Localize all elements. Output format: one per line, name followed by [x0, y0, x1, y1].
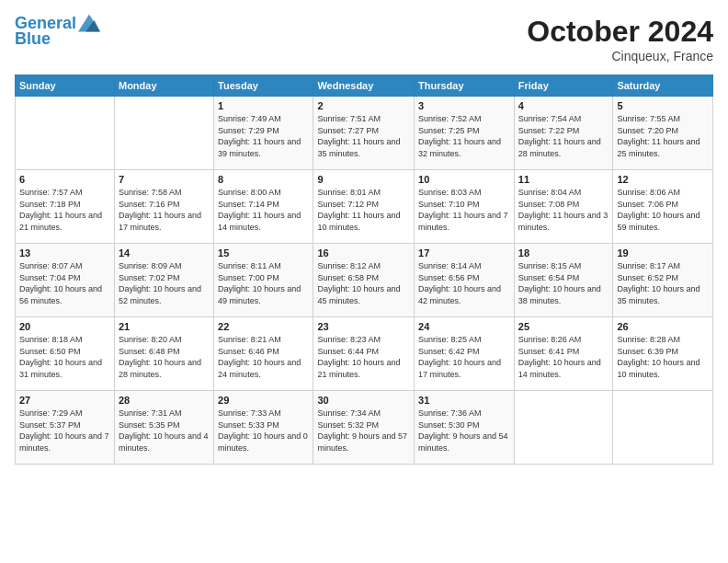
day-info: Sunrise: 8:00 AMSunset: 7:14 PMDaylight:… [218, 187, 309, 233]
calendar-cell: 14Sunrise: 8:09 AMSunset: 7:02 PMDayligh… [114, 244, 213, 317]
calendar-header-row: Sunday Monday Tuesday Wednesday Thursday… [16, 75, 713, 97]
day-number: 16 [317, 247, 410, 259]
day-number: 17 [418, 247, 510, 259]
day-info: Sunrise: 7:57 AMSunset: 7:18 PMDaylight:… [19, 187, 110, 233]
day-number: 18 [518, 247, 609, 259]
day-number: 28 [119, 395, 210, 406]
day-number: 19 [617, 247, 709, 259]
calendar-cell: 28Sunrise: 7:31 AMSunset: 5:35 PMDayligh… [114, 391, 213, 465]
day-info: Sunrise: 8:04 AMSunset: 7:08 PMDaylight:… [518, 187, 609, 233]
header: General Blue October 2024 Cinqueux, Fran… [15, 15, 713, 63]
day-number: 24 [418, 321, 510, 332]
calendar-week-3: 13Sunrise: 8:07 AMSunset: 7:04 PMDayligh… [16, 244, 713, 317]
day-info: Sunrise: 8:18 AMSunset: 6:50 PMDaylight:… [19, 334, 110, 380]
day-number: 11 [518, 174, 609, 185]
calendar-cell: 4Sunrise: 7:54 AMSunset: 7:22 PMDaylight… [514, 97, 613, 170]
day-info: Sunrise: 7:33 AMSunset: 5:33 PMDaylight:… [218, 408, 309, 454]
day-number: 2 [317, 100, 410, 111]
calendar-cell [613, 391, 713, 465]
day-number: 21 [119, 321, 210, 332]
day-info: Sunrise: 8:25 AMSunset: 6:42 PMDaylight:… [418, 334, 510, 380]
col-saturday: Saturday [613, 75, 713, 97]
day-number: 31 [418, 395, 510, 406]
calendar-cell [114, 97, 213, 170]
col-tuesday: Tuesday [214, 75, 313, 97]
calendar-cell: 2Sunrise: 7:51 AMSunset: 7:27 PMDaylight… [313, 97, 415, 170]
day-info: Sunrise: 8:15 AMSunset: 6:54 PMDaylight:… [518, 260, 609, 306]
day-info: Sunrise: 7:29 AMSunset: 5:37 PMDaylight:… [19, 408, 110, 454]
day-info: Sunrise: 7:49 AMSunset: 7:29 PMDaylight:… [218, 113, 309, 159]
calendar-cell: 19Sunrise: 8:17 AMSunset: 6:52 PMDayligh… [613, 244, 713, 317]
logo: General Blue [15, 15, 100, 49]
day-number: 4 [518, 100, 609, 111]
day-number: 12 [617, 174, 709, 185]
day-info: Sunrise: 8:26 AMSunset: 6:41 PMDaylight:… [518, 334, 609, 380]
day-info: Sunrise: 7:52 AMSunset: 7:25 PMDaylight:… [418, 113, 510, 159]
calendar-cell: 9Sunrise: 8:01 AMSunset: 7:12 PMDaylight… [313, 170, 415, 244]
day-info: Sunrise: 8:06 AMSunset: 7:06 PMDaylight:… [617, 187, 709, 233]
day-number: 29 [218, 395, 309, 406]
calendar-cell: 18Sunrise: 8:15 AMSunset: 6:54 PMDayligh… [514, 244, 613, 317]
day-number: 20 [19, 321, 110, 332]
day-number: 10 [418, 174, 510, 185]
day-info: Sunrise: 8:14 AMSunset: 6:56 PMDaylight:… [418, 260, 510, 306]
calendar-cell: 12Sunrise: 8:06 AMSunset: 7:06 PMDayligh… [613, 170, 713, 244]
day-number: 1 [218, 100, 309, 111]
day-number: 6 [19, 174, 110, 185]
day-info: Sunrise: 8:07 AMSunset: 7:04 PMDaylight:… [19, 260, 110, 306]
day-info: Sunrise: 8:12 AMSunset: 6:58 PMDaylight:… [317, 260, 410, 306]
calendar-cell: 30Sunrise: 7:34 AMSunset: 5:32 PMDayligh… [313, 391, 415, 465]
day-info: Sunrise: 7:54 AMSunset: 7:22 PMDaylight:… [518, 113, 609, 159]
page: General Blue October 2024 Cinqueux, Fran… [0, 0, 728, 563]
calendar-week-4: 20Sunrise: 8:18 AMSunset: 6:50 PMDayligh… [16, 317, 713, 391]
calendar-cell: 10Sunrise: 8:03 AMSunset: 7:10 PMDayligh… [415, 170, 515, 244]
calendar-cell: 16Sunrise: 8:12 AMSunset: 6:58 PMDayligh… [313, 244, 415, 317]
day-info: Sunrise: 7:55 AMSunset: 7:20 PMDaylight:… [617, 113, 709, 159]
day-info: Sunrise: 8:11 AMSunset: 7:00 PMDaylight:… [218, 260, 309, 306]
calendar-cell: 7Sunrise: 7:58 AMSunset: 7:16 PMDaylight… [114, 170, 213, 244]
day-number: 23 [317, 321, 410, 332]
day-number: 3 [418, 100, 510, 111]
calendar-cell: 11Sunrise: 8:04 AMSunset: 7:08 PMDayligh… [514, 170, 613, 244]
calendar-cell: 3Sunrise: 7:52 AMSunset: 7:25 PMDaylight… [415, 97, 515, 170]
day-info: Sunrise: 8:17 AMSunset: 6:52 PMDaylight:… [617, 260, 709, 306]
day-number: 7 [119, 174, 210, 185]
day-info: Sunrise: 8:28 AMSunset: 6:39 PMDaylight:… [617, 334, 709, 380]
col-thursday: Thursday [415, 75, 515, 97]
day-number: 25 [518, 321, 609, 332]
calendar-cell: 6Sunrise: 7:57 AMSunset: 7:18 PMDaylight… [16, 170, 115, 244]
location: Cinqueux, France [527, 49, 713, 63]
col-monday: Monday [114, 75, 213, 97]
calendar-cell: 21Sunrise: 8:20 AMSunset: 6:48 PMDayligh… [114, 317, 213, 391]
day-info: Sunrise: 7:31 AMSunset: 5:35 PMDaylight:… [119, 408, 210, 454]
day-info: Sunrise: 7:51 AMSunset: 7:27 PMDaylight:… [317, 113, 410, 159]
day-number: 9 [317, 174, 410, 185]
day-number: 22 [218, 321, 309, 332]
calendar-cell: 24Sunrise: 8:25 AMSunset: 6:42 PMDayligh… [415, 317, 515, 391]
day-number: 13 [19, 247, 110, 259]
day-number: 15 [218, 247, 309, 259]
day-info: Sunrise: 8:23 AMSunset: 6:44 PMDaylight:… [317, 334, 410, 380]
day-info: Sunrise: 7:58 AMSunset: 7:16 PMDaylight:… [119, 187, 210, 233]
day-info: Sunrise: 8:01 AMSunset: 7:12 PMDaylight:… [317, 187, 410, 233]
day-number: 14 [119, 247, 210, 259]
calendar-cell: 26Sunrise: 8:28 AMSunset: 6:39 PMDayligh… [613, 317, 713, 391]
day-info: Sunrise: 7:36 AMSunset: 5:30 PMDaylight:… [418, 408, 510, 454]
calendar-cell: 23Sunrise: 8:23 AMSunset: 6:44 PMDayligh… [313, 317, 415, 391]
calendar-week-2: 6Sunrise: 7:57 AMSunset: 7:18 PMDaylight… [16, 170, 713, 244]
calendar-cell [514, 391, 613, 465]
col-friday: Friday [514, 75, 613, 97]
calendar-cell: 31Sunrise: 7:36 AMSunset: 5:30 PMDayligh… [415, 391, 515, 465]
day-info: Sunrise: 8:20 AMSunset: 6:48 PMDaylight:… [119, 334, 210, 380]
calendar-cell: 29Sunrise: 7:33 AMSunset: 5:33 PMDayligh… [214, 391, 313, 465]
calendar-cell: 22Sunrise: 8:21 AMSunset: 6:46 PMDayligh… [214, 317, 313, 391]
col-wednesday: Wednesday [313, 75, 415, 97]
day-number: 5 [617, 100, 709, 111]
day-info: Sunrise: 8:21 AMSunset: 6:46 PMDaylight:… [218, 334, 309, 380]
day-info: Sunrise: 8:09 AMSunset: 7:02 PMDaylight:… [119, 260, 210, 306]
calendar-week-1: 1Sunrise: 7:49 AMSunset: 7:29 PMDaylight… [16, 97, 713, 170]
day-number: 26 [617, 321, 709, 332]
calendar-cell: 13Sunrise: 8:07 AMSunset: 7:04 PMDayligh… [16, 244, 115, 317]
calendar-cell: 1Sunrise: 7:49 AMSunset: 7:29 PMDaylight… [214, 97, 313, 170]
month-title: October 2024 [527, 15, 713, 49]
